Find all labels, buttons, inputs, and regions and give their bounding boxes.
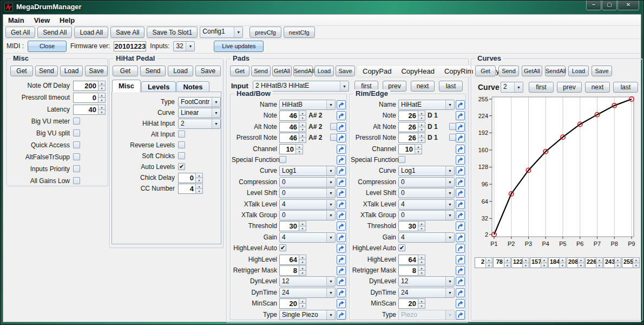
- head-level-shift-send-button[interactable]: [337, 188, 346, 198]
- rim-level-shift-combo[interactable]: 0▼: [398, 188, 455, 198]
- rim-highlevel-spinner-up-icon[interactable]: ▲: [418, 255, 425, 260]
- rim-curve-send-button[interactable]: [456, 166, 465, 176]
- head-type-combo-arrow-icon[interactable]: ▼: [326, 310, 335, 320]
- pads-copyrim-button[interactable]: CopyRim: [443, 67, 474, 75]
- rim-minscan-spinner-down-icon[interactable]: ▼: [418, 304, 425, 309]
- rim-xtalk-group-send-button[interactable]: [456, 211, 465, 220]
- head-special-function-send-button[interactable]: [337, 155, 346, 165]
- pads-copypad-button[interactable]: CopyPad: [362, 67, 392, 75]
- head-note-spinner-value[interactable]: 46: [279, 110, 299, 121]
- curve-point-4-spinner-down-icon[interactable]: ▼: [541, 263, 548, 269]
- rim-retrigger-mask-spinner-value[interactable]: 8: [398, 265, 418, 276]
- curves-get-button[interactable]: Get: [475, 66, 496, 76]
- live-updates-button[interactable]: Live updates: [214, 41, 264, 52]
- curves-load-button[interactable]: Load: [568, 66, 589, 76]
- minimize-button[interactable]: –: [586, 1, 601, 10]
- toolbar-save-to-slot1-button[interactable]: Save To Slot1: [147, 27, 198, 38]
- hihat-hihat-input-combo-arrow-icon[interactable]: ▼: [212, 119, 220, 128]
- curves-nav-next-button[interactable]: next: [585, 82, 610, 93]
- curve-point-3-spinner-down-icon[interactable]: ▼: [522, 263, 529, 269]
- curve-point-4-spinner-up-icon[interactable]: ▲: [541, 257, 548, 263]
- maximize-button[interactable]: ▢: [602, 1, 617, 10]
- tab-notes[interactable]: Notes: [176, 81, 209, 92]
- head-threshold-spinner-up-icon[interactable]: ▲: [299, 221, 306, 226]
- hihat-curve-combo-arrow-icon[interactable]: ▼: [212, 108, 220, 118]
- head-minscan-spinner-up-icon[interactable]: ▲: [299, 298, 306, 304]
- head-channel-spinner-down-icon[interactable]: ▼: [295, 150, 303, 154]
- curve-point-2-spinner-up-icon[interactable]: ▲: [504, 257, 511, 263]
- config-combo-arrow-icon[interactable]: ▼: [234, 27, 242, 37]
- head-retrigger-mask-spinner-up-icon[interactable]: ▲: [299, 265, 306, 271]
- rim-gain-combo[interactable]: 4▼: [398, 232, 455, 243]
- rim-special-function-send-button[interactable]: [456, 155, 465, 165]
- head-level-shift-combo-arrow-icon[interactable]: ▼: [326, 188, 335, 198]
- hihat-chick-delay-spinner-down-icon[interactable]: ▼: [195, 178, 203, 183]
- pads-nav-next-button[interactable]: next: [411, 81, 435, 92]
- rim-pressroll-note-spinner-up-icon[interactable]: ▲: [418, 133, 425, 138]
- curves-nav-last-button[interactable]: last: [613, 82, 638, 93]
- rim-dyntime-send-button[interactable]: [456, 288, 465, 297]
- curve-point-1-spinner-up-icon[interactable]: ▲: [485, 257, 492, 263]
- curve-point-8-spinner-value[interactable]: 243: [603, 257, 614, 268]
- rim-highlevel-auto-send-button[interactable]: [456, 244, 465, 253]
- curve-point-2-spinner-down-icon[interactable]: ▼: [504, 263, 511, 269]
- head-curve-send-button[interactable]: [337, 166, 346, 176]
- hihat-cc-number-spinner-down-icon[interactable]: ▼: [195, 189, 203, 194]
- title-bar[interactable]: MegaDrumManager –▢✕: [1, 1, 643, 14]
- rim-gain-send-button[interactable]: [456, 233, 465, 242]
- head-xtalk-level-combo-arrow-icon[interactable]: ▼: [326, 200, 335, 209]
- rim-curve-combo-arrow-icon[interactable]: ▼: [445, 166, 454, 176]
- close-button[interactable]: ✕: [617, 1, 639, 10]
- head-channel-spinner-value[interactable]: 10: [279, 144, 295, 154]
- head-threshold-send-button[interactable]: [337, 222, 346, 231]
- head-gain-send-button[interactable]: [337, 233, 346, 242]
- pads-input-combo-arrow-icon[interactable]: ▼: [340, 81, 349, 91]
- head-threshold-spinner-value[interactable]: 30: [279, 221, 299, 231]
- pads-get-button[interactable]: Get: [230, 66, 249, 76]
- head-compression-combo[interactable]: 0▼: [279, 177, 336, 187]
- rim-name-send-button[interactable]: [456, 100, 465, 109]
- curve-point-5-spinner-value[interactable]: 184: [548, 257, 559, 268]
- rim-note-spinner-value[interactable]: 26: [398, 110, 418, 121]
- rim-dynlevel-send-button[interactable]: [456, 277, 465, 286]
- pads-save-button[interactable]: Save: [336, 66, 355, 76]
- head-channel-spinner-up-icon[interactable]: ▲: [295, 144, 303, 150]
- head-highlevel-auto-checkbox[interactable]: ✔: [279, 244, 286, 251]
- misc-send-button[interactable]: Send: [35, 66, 58, 76]
- menu-main[interactable]: Main: [3, 15, 29, 25]
- hihat-type-combo-arrow-icon[interactable]: ▼: [212, 98, 220, 107]
- toolbar-load-all-button[interactable]: Load All: [74, 27, 108, 38]
- rim-channel-spinner-up-icon[interactable]: ▲: [415, 144, 422, 150]
- rim-highlevel-spinner-value[interactable]: 64: [398, 255, 418, 265]
- firmware-field[interactable]: 20101223: [114, 41, 146, 51]
- misc-big-vu-split-checkbox[interactable]: [73, 129, 80, 136]
- curve-point-4-spinner-value[interactable]: 157: [530, 257, 541, 268]
- curve-point-7-spinner-up-icon[interactable]: ▲: [596, 257, 603, 263]
- misc-inputs-priority-checkbox[interactable]: [73, 165, 80, 172]
- rim-dynlevel-combo-arrow-icon[interactable]: ▼: [445, 277, 454, 286]
- curve-point-7-spinner-value[interactable]: 226: [585, 257, 596, 268]
- hihat-cc-number-spinner-up-icon[interactable]: ▲: [195, 184, 203, 189]
- head-highlevel-spinner-down-icon[interactable]: ▼: [299, 260, 306, 265]
- rim-channel-send-button[interactable]: [456, 145, 465, 154]
- curve-select-combo-arrow-icon[interactable]: ▼: [514, 82, 523, 92]
- head-xtalk-group-send-button[interactable]: [337, 211, 346, 220]
- rim-curve-combo[interactable]: Log1▼: [398, 166, 455, 176]
- head-type-send-button[interactable]: [337, 310, 346, 320]
- rim-highlevel-auto-checkbox[interactable]: ✔: [398, 244, 405, 251]
- rim-pressroll-note-spinner-value[interactable]: 26: [398, 133, 418, 143]
- head-xtalk-group-combo[interactable]: 0▼: [279, 210, 336, 220]
- rim-compression-send-button[interactable]: [456, 178, 465, 187]
- head-alt-note-spinner-value[interactable]: 46: [279, 122, 299, 132]
- head-type-combo[interactable]: Single Piezo▼: [279, 310, 336, 320]
- inputs-combo[interactable]: 32 ▼: [173, 41, 195, 51]
- head-xtalk-level-send-button[interactable]: [337, 200, 346, 209]
- head-pressroll-note-send-button[interactable]: [337, 133, 346, 142]
- toolbar-send-all-button[interactable]: Send All: [37, 27, 72, 38]
- rim-retrigger-mask-send-button[interactable]: [456, 266, 465, 275]
- curves-save-button[interactable]: Save: [592, 66, 612, 76]
- misc-pressroll-timeout-spinner-value[interactable]: 0: [73, 93, 98, 103]
- head-channel-send-button[interactable]: [337, 145, 346, 154]
- curve-point-3-spinner-up-icon[interactable]: ▲: [522, 257, 529, 263]
- rim-special-function-checkbox[interactable]: [398, 156, 405, 163]
